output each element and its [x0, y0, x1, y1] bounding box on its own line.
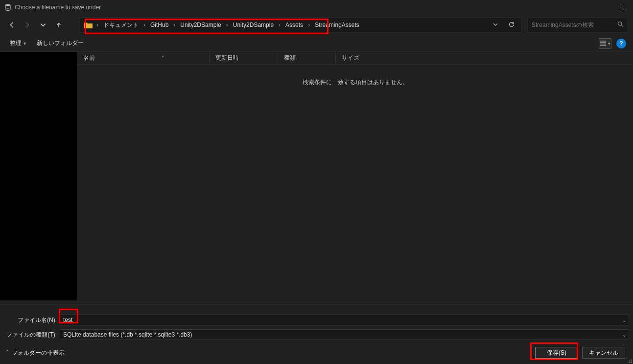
window-title: Choose a filename to save under: [15, 4, 101, 11]
column-headers: 名前 ˄ 更新日時 種類 サイズ: [77, 52, 633, 65]
svg-point-6: [631, 359, 632, 360]
chevron-right-icon[interactable]: ›: [225, 22, 229, 28]
column-name[interactable]: 名前 ˄: [77, 52, 210, 64]
filename-label: ファイル名(N):: [0, 316, 60, 324]
column-size[interactable]: サイズ: [336, 52, 633, 64]
new-folder-button[interactable]: 新しいフォルダー: [34, 37, 87, 49]
content-area: 名前 ˄ 更新日時 種類 サイズ 検索条件に一致する項目はありません。: [0, 52, 633, 300]
toolbar: 整理 ▾ 新しいフォルダー ▾ ?: [0, 35, 633, 52]
breadcrumb-item[interactable]: Assets: [281, 18, 307, 32]
view-mode-button[interactable]: ▾: [599, 38, 611, 49]
file-list: 名前 ˄ 更新日時 種類 サイズ 検索条件に一致する項目はありません。: [77, 52, 633, 300]
up-button[interactable]: [52, 18, 66, 32]
breadcrumb-item[interactable]: StreamingAssets: [311, 18, 363, 32]
save-form: ファイル名(N): ⌄ ファイルの種類(T): SQLite database …: [0, 304, 633, 364]
chevron-up-icon: ˄: [6, 349, 9, 356]
hide-folders-toggle[interactable]: ˄ フォルダーの非表示: [6, 349, 65, 357]
refresh-button[interactable]: [505, 19, 518, 31]
folder-icon: [83, 20, 94, 30]
cancel-button[interactable]: キャンセル: [582, 347, 625, 359]
svg-point-1: [618, 22, 622, 25]
forward-button[interactable]: [21, 18, 34, 32]
hide-folders-label: フォルダーの非表示: [12, 349, 65, 357]
filetype-value: SQLite database files (*.db *.sqlite *.s…: [60, 331, 192, 338]
filetype-select[interactable]: SQLite database files (*.db *.sqlite *.s…: [60, 329, 629, 340]
svg-point-4: [631, 360, 632, 361]
recent-dropdown[interactable]: [36, 18, 50, 32]
database-icon: [4, 3, 12, 11]
filename-dropdown[interactable]: ⌄: [620, 315, 629, 325]
filetype-dropdown[interactable]: ⌄: [620, 330, 629, 340]
organize-label: 整理: [10, 39, 22, 47]
chevron-right-icon[interactable]: ›: [95, 22, 99, 28]
filename-field-wrapper: ⌄: [60, 315, 629, 325]
breadcrumb-item[interactable]: Unity2DSample: [229, 18, 278, 32]
dialog-footer: ˄ フォルダーの非表示 保存(S) キャンセル: [0, 341, 633, 364]
svg-point-5: [628, 362, 629, 363]
svg-point-0: [5, 4, 10, 6]
new-folder-label: 新しいフォルダー: [37, 39, 84, 47]
svg-point-2: [631, 362, 632, 363]
chevron-right-icon[interactable]: ›: [278, 22, 281, 28]
search-input[interactable]: [532, 22, 614, 28]
titlebar: Choose a filename to save under: [0, 0, 633, 15]
chevron-right-icon[interactable]: ›: [172, 22, 176, 28]
organize-menu[interactable]: 整理 ▾: [7, 37, 29, 49]
save-button[interactable]: 保存(S): [535, 347, 578, 359]
breadcrumb-item[interactable]: ドキュメント: [99, 18, 142, 32]
filename-input[interactable]: [60, 317, 620, 323]
breadcrumb-item[interactable]: GitHub: [146, 18, 172, 32]
close-button[interactable]: [611, 0, 633, 15]
chevron-down-icon: ▾: [608, 41, 610, 46]
search-box[interactable]: [527, 17, 628, 33]
sort-ascending-icon: ˄: [162, 55, 164, 61]
back-button[interactable]: [5, 18, 19, 32]
help-button[interactable]: ?: [616, 39, 626, 48]
svg-point-7: [629, 360, 630, 361]
chevron-right-icon[interactable]: ›: [307, 22, 311, 28]
column-date[interactable]: 更新日時: [210, 52, 278, 64]
breadcrumb-item[interactable]: Unity2DSample: [176, 18, 225, 32]
address-dropdown[interactable]: [489, 20, 502, 31]
svg-point-3: [629, 362, 630, 363]
search-icon[interactable]: [617, 21, 624, 29]
chevron-down-icon: ▾: [23, 41, 26, 46]
resize-grip[interactable]: [626, 357, 632, 363]
navigation-tree[interactable]: [0, 52, 77, 300]
breadcrumb: › ドキュメント › GitHub › Unity2DSample › Unit…: [95, 18, 489, 32]
column-type[interactable]: 種類: [278, 52, 336, 64]
chevron-right-icon[interactable]: ›: [142, 22, 146, 28]
filetype-label: ファイルの種類(T):: [0, 331, 60, 339]
empty-list-message: 検索条件に一致する項目はありません。: [77, 78, 633, 87]
address-bar[interactable]: › ドキュメント › GitHub › Unity2DSample › Unit…: [79, 17, 521, 33]
navigation-row: › ドキュメント › GitHub › Unity2DSample › Unit…: [0, 15, 633, 35]
